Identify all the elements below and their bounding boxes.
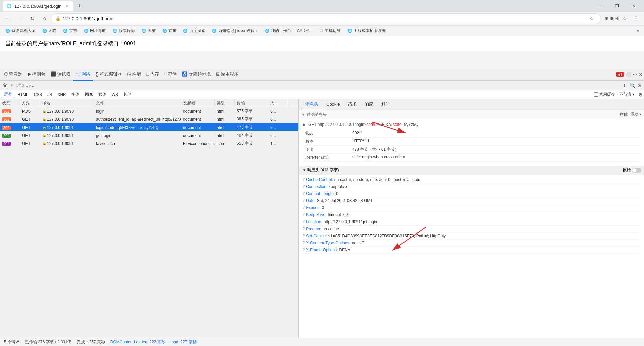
bookmark-1[interactable]: 🌐 天猫 — [40, 27, 59, 34]
header-val-pragma: no-cache — [322, 227, 640, 231]
header-help-icon[interactable]: ? — [303, 234, 305, 238]
devtools-console-btn[interactable]: ▶ 控制台 — [25, 68, 48, 81]
original-label: 原始 — [623, 167, 631, 173]
header-key-set-cookie: Set-Cookie: — [306, 234, 327, 238]
tab-css[interactable]: CSS — [31, 92, 45, 98]
devtools-responsive-btn[interactable]: ⬜ — [626, 72, 631, 77]
devtools-storage-btn[interactable]: ≡ 存储 — [162, 68, 180, 81]
bookmark-9[interactable]: 🌐 我的工作台 - TAPD平... — [262, 27, 315, 34]
close-button[interactable]: ✕ — [626, 1, 641, 11]
detail-tab-response[interactable]: 响应 — [361, 100, 377, 109]
th-type: 类型 — [215, 99, 235, 107]
response-headers-section[interactable]: ▼ 响应头 (412 字节) 原始 — [299, 166, 644, 175]
resend-button[interactable]: 重发 ▾ — [630, 112, 641, 117]
bookmark-0[interactable]: 🌐 系统装机大师 — [3, 27, 38, 34]
header-help-icon[interactable]: ? — [303, 205, 305, 209]
reload-button[interactable]: ↻ — [27, 13, 38, 24]
bookmark-6[interactable]: 🌐 京东 — [160, 27, 179, 34]
table-row[interactable]: 404 GET 🔒127.0.0.1:9091 favicon.ico Favi… — [0, 140, 298, 148]
forward-button[interactable]: → — [15, 13, 25, 24]
detail-tab-cookie[interactable]: Cookie — [322, 100, 344, 109]
detail-tab-timing[interactable]: 耗时 — [377, 100, 394, 109]
block-network-btn[interactable]: ⊘ — [637, 83, 641, 88]
bookmark-8[interactable]: 🌐 为知笔记 | idea 破解： — [209, 27, 261, 34]
tab-other[interactable]: 其他 — [121, 91, 134, 98]
td-transfer: 404 字节 — [235, 132, 268, 139]
response-headers-list: ? Cache-Control: no-cache, no-store, max… — [303, 176, 640, 254]
table-row[interactable]: 302 GET 🔒127.0.0.1:9091 login?code=q5EI3… — [0, 123, 298, 132]
network-settings-btn[interactable]: ⚙ — [638, 92, 643, 97]
disable-cache-label[interactable]: 禁用缓存 — [594, 92, 615, 97]
header-help-icon[interactable]: ? — [303, 219, 305, 224]
tab-html[interactable]: HTML — [15, 92, 31, 98]
tab-image[interactable]: 图像 — [82, 91, 96, 98]
detail-tab-headers[interactable]: 消息头 — [301, 100, 322, 109]
bookmark-label-4: 股票行情 — [119, 28, 135, 34]
pause-network-btn[interactable]: ⏸ — [623, 83, 628, 88]
tab-media[interactable]: 媒体 — [96, 91, 109, 98]
tab-xhr[interactable]: XHR — [55, 92, 68, 98]
zoom-area: ⊞ 90% ☆ — [605, 14, 629, 23]
star-button[interactable]: ☆ — [620, 14, 629, 23]
disable-cache-checkbox[interactable] — [594, 92, 598, 97]
header-val-keep-alive: timeout=60 — [328, 212, 640, 217]
table-row[interactable]: 200 GET 🔒127.0.0.1:9091 getLogin documen… — [0, 132, 298, 140]
throttle-selector[interactable]: 不节流 ▾ — [616, 91, 637, 98]
clear-network-button[interactable]: 🗑 — [3, 83, 7, 88]
home-button[interactable]: ⌂ — [39, 13, 50, 24]
header-help-icon[interactable]: ? — [303, 177, 305, 181]
devtools-application-btn[interactable]: ⊞ 应用程序 — [213, 68, 241, 81]
table-row[interactable]: 302 POST 🔒127.0.0.1:9090 login document … — [0, 107, 298, 115]
header-help-icon[interactable]: ? — [303, 248, 305, 252]
bookmark-3[interactable]: 🌐 网址导航 — [81, 27, 109, 34]
filter-msg-placeholder: 过滤消息头 — [307, 112, 327, 117]
bookmarks-more-button[interactable]: » — [635, 28, 641, 34]
header-help-icon[interactable]: ? — [303, 212, 305, 216]
devtools-performance-btn[interactable]: ◷ 性能 — [124, 68, 144, 81]
original-toggle-switch[interactable] — [632, 168, 641, 173]
devtools-network-btn[interactable]: ↑↓ 网络 — [73, 68, 93, 81]
bookmark-5[interactable]: 🌐 天猫 — [139, 27, 158, 34]
table-row[interactable]: 302 GET 🔒127.0.0.1:9090 authorize?client… — [0, 115, 298, 123]
devtools-close-btn[interactable]: ✕ — [639, 72, 643, 77]
bookmark-2[interactable]: 🌐 京东 — [60, 27, 80, 34]
devtools-debugger-btn[interactable]: ⬛ 调试器 — [48, 68, 73, 81]
back-button[interactable]: ← — [3, 13, 13, 24]
tab-all[interactable]: 所有 — [1, 91, 15, 98]
bookmark-10[interactable]: 🛡 主机运维 — [317, 27, 343, 34]
devtools-accessibility-btn[interactable]: ♿ 无障碍环境 — [179, 68, 213, 81]
header-help-icon[interactable]: ? — [303, 184, 305, 188]
console-icon: ▶ — [28, 71, 31, 77]
bookmark-11[interactable]: 🌐 工程成本招采系统 — [345, 27, 388, 34]
detail-tab-request[interactable]: 请求 — [344, 100, 361, 109]
address-bar[interactable]: 🔒 127.0.0.1:9091/getLogin ☆ — [51, 13, 601, 24]
filter-url-input[interactable] — [16, 83, 67, 88]
search-network-btn[interactable]: 🔍 — [630, 83, 635, 88]
devtools-overflow-btn[interactable]: ⋯ — [633, 72, 637, 77]
intercept-button[interactable]: 拦截 — [620, 112, 628, 117]
header-help-icon[interactable]: ? — [303, 227, 305, 231]
new-tab-button[interactable]: + — [75, 1, 84, 11]
bookmark-4[interactable]: 🌐 股票行情 — [110, 27, 138, 34]
maximize-button[interactable]: ❐ — [609, 1, 625, 11]
menu-button[interactable]: ⋮ — [631, 13, 641, 24]
bookmark-star-button[interactable]: ☆ — [587, 14, 596, 23]
header-help-icon[interactable]: ? — [303, 191, 305, 195]
minimize-button[interactable]: ─ — [592, 1, 608, 11]
param-code-highlight: code — [366, 122, 375, 127]
devtools-inspector-btn[interactable]: ⬡ 查看器 — [1, 68, 25, 81]
tab-close-button[interactable]: × — [64, 3, 69, 9]
tab-font[interactable]: 字体 — [69, 91, 82, 98]
header-help-icon[interactable]: ? — [303, 198, 305, 202]
tab-ws[interactable]: WS — [109, 92, 121, 98]
header-help-icon[interactable]: ? — [303, 241, 305, 245]
bookmark-7[interactable]: 🌐 百度搜索 — [180, 27, 208, 34]
active-tab[interactable]: 🌐 127.0.0.1:9091/getLogin × — [3, 1, 73, 11]
help-icon[interactable]: ? — [360, 131, 362, 135]
devtools-style-editor-btn[interactable]: {} 样式编辑器 — [93, 68, 124, 81]
devtools-memory-btn[interactable]: □ 内存 — [144, 68, 162, 81]
filter-funnel-icon: ▼ — [301, 112, 305, 117]
devtools-panel: ⬡ 查看器 ▶ 控制台 ⬛ 调试器 ↑↓ 网络 {} 样式编辑器 ◷ 性能 — [0, 68, 644, 338]
tab-js[interactable]: JS — [45, 92, 55, 98]
performance-icon: ◷ — [127, 71, 131, 77]
